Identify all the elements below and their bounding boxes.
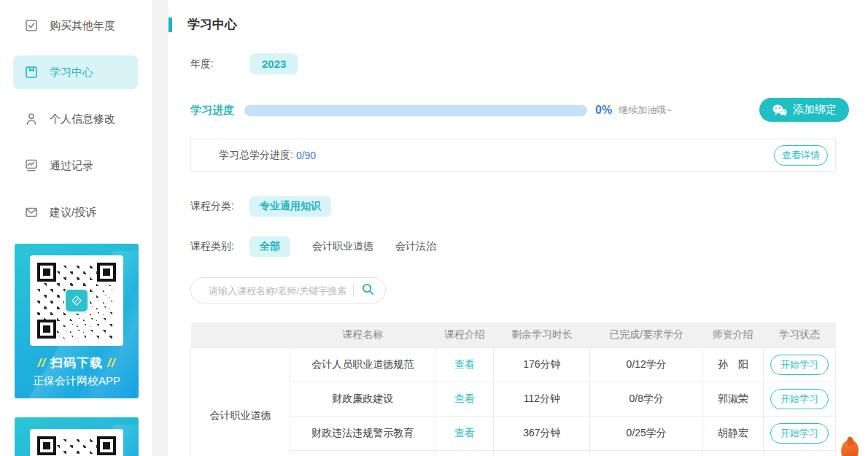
qr-finder-icon — [97, 436, 116, 455]
bookmark-icon — [23, 64, 39, 80]
slash-decoration: // — [38, 356, 46, 370]
second-qr-card — [15, 417, 139, 456]
credit-progress-label: 学习总学分进度: — [219, 149, 293, 162]
type-option-accounting-law[interactable]: 会计法治 — [395, 240, 436, 253]
category-option-selected[interactable]: 专业通用知识 — [249, 196, 331, 217]
view-intro-link[interactable]: 查看 — [454, 358, 475, 370]
progress-bar — [244, 105, 587, 116]
qr-finder-icon — [37, 436, 56, 455]
view-intro-link[interactable]: 查看 — [454, 393, 475, 404]
course-category-row: 课程分类: 专业通用知识 — [190, 196, 836, 217]
main-content: 学习中心 年度: 2023 学习进度 0% 继续加油哦~ — [168, 0, 868, 456]
remaining-time: 367分钟 — [494, 416, 590, 450]
course-category-label: 课程分类: — [190, 200, 249, 213]
teacher-name: 郭淑荣 — [703, 382, 764, 416]
col-header-course-name: 课程名称 — [290, 322, 435, 347]
checkbox-check-icon — [23, 18, 39, 34]
sidebar-item-label: 通过记录 — [50, 159, 93, 173]
col-header-group — [191, 322, 290, 347]
type-option-all[interactable]: 全部 — [249, 236, 290, 257]
app-download-qr-card: //扫码下载// 正保会计网校APP — [15, 244, 139, 398]
title-accent-bar — [168, 18, 172, 32]
progress-percent: 0% — [595, 104, 612, 117]
envelope-icon — [23, 204, 39, 220]
wechat-icon — [772, 104, 788, 117]
sidebar-item-label: 学习中心 — [50, 66, 93, 80]
search-row — [190, 277, 836, 304]
type-option-accounting-ethics[interactable]: 会计职业道德 — [312, 240, 373, 253]
course-type-row: 课程类别: 全部 会计职业道德 会计法治 — [190, 236, 836, 257]
teacher-name: 孙 阳 — [703, 347, 764, 382]
col-header-credits: 已完成/要求学分 — [590, 322, 703, 347]
course-table: 课程名称 课程介绍 剩余学习时长 已完成/要求学分 师资介绍 学习状态 会计职业… — [190, 322, 836, 456]
year-filter-row: 年度: 2023 — [190, 53, 836, 74]
remaining-time: 112分钟 — [494, 382, 590, 416]
sidebar-item-learning-center[interactable]: 学习中心 — [13, 55, 138, 89]
credit-progress-value: 0/90 — [296, 150, 316, 161]
year-badge-2023[interactable]: 2023 — [249, 53, 298, 74]
learning-center-page: 购买其他年度 学习中心 个人信息修改 通过记录 建议/投诉 — [0, 0, 868, 456]
col-header-course-intro: 课程介绍 — [435, 322, 494, 347]
page-title-row: 学习中心 — [168, 16, 868, 33]
sidebar-item-label: 个人信息修改 — [50, 112, 115, 126]
col-header-remaining-time: 剩余学习时长 — [494, 322, 590, 347]
page-title: 学习中心 — [187, 16, 237, 33]
table-row: 会计职业道德 会计人员职业道德规范 查看 176分钟 0/12学分 孙 阳 开始… — [191, 347, 836, 382]
add-binding-label: 添加绑定 — [793, 103, 837, 117]
start-learning-button[interactable]: 开始学习 — [770, 355, 829, 375]
table-header-row: 课程名称 课程介绍 剩余学习时长 已完成/要求学分 师资介绍 学习状态 — [191, 322, 836, 347]
encouragement-text: 继续加油哦~ — [619, 104, 672, 117]
start-learning-button[interactable]: 开始学习 — [770, 423, 829, 444]
credit-progress-box: 学习总学分进度: 0/90 查看详情 — [190, 139, 836, 172]
remaining-time: 176分钟 — [494, 347, 590, 382]
qr-code — [30, 429, 123, 456]
search-icon[interactable] — [361, 282, 375, 299]
sidebar: 购买其他年度 学习中心 个人信息修改 通过记录 建议/投诉 — [0, 0, 153, 456]
credits-progress: 0/8学分 — [590, 382, 703, 416]
search-divider — [353, 284, 354, 297]
course-group-label: 会计职业道德 — [191, 347, 290, 456]
view-details-button[interactable]: 查看详情 — [774, 145, 828, 166]
course-name: 财政廉政建设 — [290, 382, 435, 416]
qr-finder-icon — [37, 320, 56, 339]
teacher-name: 胡静宏 — [703, 416, 764, 450]
view-intro-link[interactable]: 查看 — [454, 427, 475, 438]
course-name: 会计人员职业道德规范 — [290, 347, 435, 382]
sidebar-item-label: 购买其他年度 — [50, 19, 115, 33]
credits-progress: 0/12学分 — [590, 347, 703, 382]
progress-row: 学习进度 0% 继续加油哦~ 添加绑 — [190, 98, 836, 123]
app-name-label: 正保会计网校APP — [15, 374, 139, 388]
sidebar-item-personal-info[interactable]: 个人信息修改 — [13, 102, 138, 136]
sidebar-item-label: 建议/投诉 — [50, 206, 96, 220]
sidebar-content-divider — [153, 0, 168, 456]
credits-progress: 0/25学分 — [590, 416, 703, 450]
course-search-box — [190, 277, 386, 304]
add-binding-button[interactable]: 添加绑定 — [759, 98, 849, 122]
search-input[interactable] — [209, 285, 346, 296]
start-learning-button[interactable]: 开始学习 — [770, 389, 829, 409]
sidebar-item-suggestions[interactable]: 建议/投诉 — [13, 196, 138, 229]
chart-record-icon — [23, 158, 39, 174]
sidebar-item-buy-other-years[interactable]: 购买其他年度 — [13, 9, 138, 42]
diamond-pen-logo — [64, 288, 89, 313]
course-name: 财政违法违规警示教育 — [290, 416, 435, 450]
qr-finder-icon — [37, 263, 56, 282]
person-icon — [23, 111, 39, 127]
year-label: 年度: — [190, 58, 249, 71]
scan-download-label: //扫码下载// — [15, 355, 139, 371]
col-header-status: 学习状态 — [764, 322, 836, 347]
mascot-widget-partial[interactable] — [839, 438, 861, 456]
qr-code — [30, 255, 123, 346]
sidebar-item-pass-records[interactable]: 通过记录 — [13, 149, 138, 182]
slash-decoration: // — [107, 356, 115, 370]
col-header-teacher: 师资介绍 — [703, 322, 764, 347]
course-type-label: 课程类别: — [190, 240, 249, 253]
qr-finder-icon — [97, 263, 116, 282]
progress-label: 学习进度 — [190, 104, 244, 117]
